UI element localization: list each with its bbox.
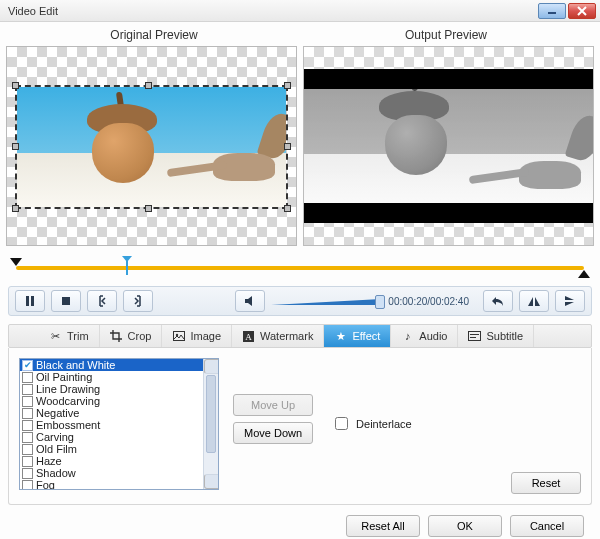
effect-item[interactable]: Fog bbox=[20, 479, 203, 489]
volume-slider[interactable] bbox=[271, 290, 374, 312]
effect-checkbox[interactable] bbox=[22, 396, 33, 407]
tab-subtitle[interactable]: Subtitle bbox=[458, 325, 534, 347]
effect-checkbox[interactable]: ✔ bbox=[22, 360, 33, 371]
output-preview bbox=[303, 46, 594, 246]
scroll-up-button[interactable]: ▴ bbox=[204, 359, 219, 374]
effects-listbox[interactable]: ✔Black and WhiteOil PaintingLine Drawing… bbox=[19, 358, 219, 490]
undo-button[interactable] bbox=[483, 290, 513, 312]
crop-handle[interactable] bbox=[145, 205, 152, 212]
mark-out-button[interactable] bbox=[123, 290, 153, 312]
crop-handle[interactable] bbox=[12, 205, 19, 212]
stop-button[interactable] bbox=[51, 290, 81, 312]
reset-all-button[interactable]: Reset All bbox=[346, 515, 420, 537]
effect-label: Carving bbox=[36, 431, 74, 443]
effect-checkbox[interactable] bbox=[22, 384, 33, 395]
effect-label: Shadow bbox=[36, 467, 76, 479]
crop-handle[interactable] bbox=[12, 82, 19, 89]
svg-rect-1 bbox=[26, 296, 29, 306]
tab-label: Audio bbox=[419, 330, 447, 342]
scroll-down-button[interactable]: ▾ bbox=[204, 474, 219, 489]
undo-icon bbox=[491, 295, 505, 307]
effect-item[interactable]: Haze bbox=[20, 455, 203, 467]
effect-label: Embossment bbox=[36, 419, 100, 431]
close-button[interactable] bbox=[568, 3, 596, 19]
tab-audio[interactable]: ♪Audio bbox=[391, 325, 458, 347]
ok-button[interactable]: OK bbox=[428, 515, 502, 537]
effect-item[interactable]: Line Drawing bbox=[20, 383, 203, 395]
preview-labels: Original Preview Output Preview bbox=[8, 28, 592, 42]
effect-label: Old Film bbox=[36, 443, 77, 455]
flip-v-icon bbox=[563, 295, 577, 307]
scroll-thumb[interactable] bbox=[206, 375, 216, 453]
crop-handle[interactable] bbox=[284, 82, 291, 89]
volume-handle[interactable] bbox=[375, 295, 385, 309]
titlebar: Video Edit bbox=[0, 0, 600, 22]
tab-strip: ✂Trim Crop Image AWatermark ★Effect ♪Aud… bbox=[8, 324, 592, 348]
transport-bar: 00:00:20/00:02:40 bbox=[8, 286, 592, 316]
mute-button[interactable] bbox=[235, 290, 265, 312]
minimize-button[interactable] bbox=[538, 3, 566, 19]
preview-row bbox=[6, 46, 594, 246]
effect-label: Oil Painting bbox=[36, 371, 92, 383]
tab-trim[interactable]: ✂Trim bbox=[39, 325, 100, 347]
tab-effect[interactable]: ★Effect bbox=[324, 325, 391, 347]
reset-button[interactable]: Reset bbox=[511, 472, 581, 494]
scissors-icon: ✂ bbox=[49, 330, 62, 343]
effect-label: Fog bbox=[36, 479, 55, 489]
crop-handle[interactable] bbox=[12, 143, 19, 150]
effect-item[interactable]: Woodcarving bbox=[20, 395, 203, 407]
cancel-button[interactable]: Cancel bbox=[510, 515, 584, 537]
output-preview-label: Output Preview bbox=[300, 28, 592, 42]
effect-item[interactable]: Oil Painting bbox=[20, 371, 203, 383]
effect-label: Woodcarving bbox=[36, 395, 100, 407]
svg-rect-0 bbox=[548, 12, 556, 14]
flip-h-icon bbox=[527, 295, 541, 307]
flip-vertical-button[interactable] bbox=[555, 290, 585, 312]
text-icon: A bbox=[242, 330, 255, 343]
move-up-button[interactable]: Move Up bbox=[233, 394, 313, 416]
effect-item[interactable]: Old Film bbox=[20, 443, 203, 455]
timeline[interactable] bbox=[10, 256, 590, 280]
crop-handle[interactable] bbox=[145, 82, 152, 89]
note-icon: ♪ bbox=[401, 330, 414, 343]
output-video-frame bbox=[304, 69, 593, 223]
tab-crop[interactable]: Crop bbox=[100, 325, 163, 347]
effect-checkbox[interactable] bbox=[22, 444, 33, 455]
effect-checkbox[interactable] bbox=[22, 432, 33, 443]
scrollbar[interactable]: ▴ ▾ bbox=[203, 359, 218, 489]
playhead[interactable] bbox=[126, 261, 128, 275]
effect-item[interactable]: ✔Black and White bbox=[20, 359, 203, 371]
effect-checkbox[interactable] bbox=[22, 408, 33, 419]
effect-item[interactable]: Embossment bbox=[20, 419, 203, 431]
svg-rect-9 bbox=[470, 334, 479, 335]
tab-watermark[interactable]: AWatermark bbox=[232, 325, 324, 347]
trim-end-marker[interactable] bbox=[578, 270, 590, 278]
crop-handle[interactable] bbox=[284, 205, 291, 212]
pause-button[interactable] bbox=[15, 290, 45, 312]
mark-in-button[interactable] bbox=[87, 290, 117, 312]
move-down-button[interactable]: Move Down bbox=[233, 422, 313, 444]
effect-checkbox[interactable] bbox=[22, 468, 33, 479]
crop-handle[interactable] bbox=[284, 143, 291, 150]
effect-panel: ✔Black and WhiteOil PaintingLine Drawing… bbox=[8, 348, 592, 505]
original-preview[interactable] bbox=[6, 46, 297, 246]
tab-label: Image bbox=[190, 330, 221, 342]
effect-checkbox[interactable] bbox=[22, 456, 33, 467]
flip-horizontal-button[interactable] bbox=[519, 290, 549, 312]
effect-item[interactable]: Negative bbox=[20, 407, 203, 419]
close-icon bbox=[577, 6, 587, 16]
deinterlace-checkbox[interactable]: Deinterlace bbox=[331, 414, 412, 433]
tab-label: Crop bbox=[128, 330, 152, 342]
effect-checkbox[interactable] bbox=[22, 372, 33, 383]
deinterlace-input[interactable] bbox=[335, 417, 348, 430]
effect-item[interactable]: Shadow bbox=[20, 467, 203, 479]
effect-checkbox[interactable] bbox=[22, 420, 33, 431]
picture-icon bbox=[172, 330, 185, 343]
tab-image[interactable]: Image bbox=[162, 325, 232, 347]
effect-item[interactable]: Carving bbox=[20, 431, 203, 443]
trim-start-marker[interactable] bbox=[10, 258, 22, 266]
speaker-icon bbox=[244, 295, 256, 307]
dialog-footer: Reset All OK Cancel bbox=[6, 505, 594, 539]
crop-icon bbox=[110, 330, 123, 343]
effect-checkbox[interactable] bbox=[22, 480, 33, 490]
